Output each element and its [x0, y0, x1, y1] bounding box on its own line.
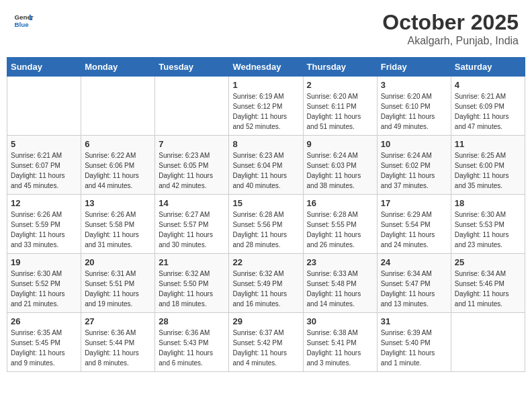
day-info: Sunrise: 6:24 AMSunset: 6:02 PMDaylight:… [381, 150, 447, 191]
day-number: 29 [232, 316, 299, 326]
day-info: Sunrise: 6:23 AMSunset: 6:05 PMDaylight:… [159, 150, 225, 191]
week-row-2: 5Sunrise: 6:21 AMSunset: 6:07 PMDaylight… [7, 136, 525, 195]
logo: General Blue [13, 10, 34, 30]
calendar-cell: 6Sunrise: 6:22 AMSunset: 6:06 PMDaylight… [81, 136, 155, 195]
day-number: 22 [232, 257, 299, 267]
calendar-cell: 1Sunrise: 6:19 AMSunset: 6:12 PMDaylight… [229, 77, 303, 136]
day-info: Sunrise: 6:36 AMSunset: 5:43 PMDaylight:… [159, 328, 225, 368]
day-number: 13 [85, 198, 151, 208]
day-number: 11 [455, 139, 521, 149]
day-number: 1 [232, 80, 299, 90]
day-number: 2 [307, 80, 373, 90]
logo-icon: General Blue [13, 10, 34, 30]
week-row-1: 1Sunrise: 6:19 AMSunset: 6:12 PMDaylight… [7, 77, 525, 136]
weekday-header-row: SundayMondayTuesdayWednesdayThursdayFrid… [7, 58, 525, 77]
header: General Blue October 2025 Akalgarh, Punj… [7, 7, 525, 50]
day-number: 21 [159, 257, 225, 267]
calendar-cell [81, 77, 155, 136]
month-title: October 2025 [382, 10, 519, 35]
day-number: 9 [307, 139, 373, 149]
calendar-cell: 29Sunrise: 6:37 AMSunset: 5:42 PMDayligh… [229, 313, 303, 372]
day-number: 5 [11, 139, 77, 149]
day-info: Sunrise: 6:36 AMSunset: 5:44 PMDaylight:… [85, 328, 151, 368]
weekday-header-sunday: Sunday [7, 58, 81, 77]
title-block: October 2025 Akalgarh, Punjab, India [382, 10, 519, 47]
calendar-cell: 26Sunrise: 6:35 AMSunset: 5:45 PMDayligh… [7, 313, 81, 372]
calendar-cell: 5Sunrise: 6:21 AMSunset: 6:07 PMDaylight… [7, 136, 81, 195]
day-number: 19 [11, 257, 77, 267]
day-number: 7 [159, 139, 225, 149]
calendar-cell: 19Sunrise: 6:30 AMSunset: 5:52 PMDayligh… [7, 254, 81, 313]
day-number: 6 [85, 139, 151, 149]
day-info: Sunrise: 6:25 AMSunset: 6:00 PMDaylight:… [455, 150, 521, 191]
day-number: 17 [381, 198, 447, 208]
calendar-cell [451, 313, 525, 372]
day-info: Sunrise: 6:37 AMSunset: 5:42 PMDaylight:… [232, 328, 299, 368]
day-number: 15 [232, 198, 299, 208]
weekday-header-saturday: Saturday [451, 58, 525, 77]
calendar-cell: 3Sunrise: 6:20 AMSunset: 6:10 PMDaylight… [377, 77, 451, 136]
day-info: Sunrise: 6:27 AMSunset: 5:57 PMDaylight:… [159, 210, 225, 250]
calendar-cell: 22Sunrise: 6:32 AMSunset: 5:49 PMDayligh… [229, 254, 303, 313]
day-info: Sunrise: 6:33 AMSunset: 5:48 PMDaylight:… [307, 269, 373, 309]
calendar-cell: 16Sunrise: 6:28 AMSunset: 5:55 PMDayligh… [303, 195, 377, 254]
calendar-cell: 18Sunrise: 6:30 AMSunset: 5:53 PMDayligh… [451, 195, 525, 254]
day-info: Sunrise: 6:35 AMSunset: 5:45 PMDaylight:… [11, 328, 77, 368]
day-info: Sunrise: 6:20 AMSunset: 6:10 PMDaylight:… [381, 91, 447, 132]
day-number: 10 [381, 139, 447, 149]
day-info: Sunrise: 6:24 AMSunset: 6:03 PMDaylight:… [307, 150, 373, 191]
day-info: Sunrise: 6:20 AMSunset: 6:11 PMDaylight:… [307, 91, 373, 132]
day-info: Sunrise: 6:31 AMSunset: 5:51 PMDaylight:… [85, 269, 151, 309]
day-number: 18 [455, 198, 521, 208]
day-info: Sunrise: 6:28 AMSunset: 5:56 PMDaylight:… [232, 210, 299, 250]
week-row-3: 12Sunrise: 6:26 AMSunset: 5:59 PMDayligh… [7, 195, 525, 254]
day-number: 27 [85, 316, 151, 326]
day-info: Sunrise: 6:22 AMSunset: 6:06 PMDaylight:… [85, 150, 151, 191]
weekday-header-monday: Monday [81, 58, 155, 77]
weekday-header-tuesday: Tuesday [155, 58, 229, 77]
calendar-cell: 31Sunrise: 6:39 AMSunset: 5:40 PMDayligh… [377, 313, 451, 372]
day-number: 16 [307, 198, 373, 208]
calendar-cell [7, 77, 81, 136]
day-number: 20 [85, 257, 151, 267]
calendar-cell: 8Sunrise: 6:23 AMSunset: 6:04 PMDaylight… [229, 136, 303, 195]
calendar-cell: 2Sunrise: 6:20 AMSunset: 6:11 PMDaylight… [303, 77, 377, 136]
calendar-cell: 14Sunrise: 6:27 AMSunset: 5:57 PMDayligh… [155, 195, 229, 254]
calendar-cell: 13Sunrise: 6:26 AMSunset: 5:58 PMDayligh… [81, 195, 155, 254]
week-row-5: 26Sunrise: 6:35 AMSunset: 5:45 PMDayligh… [7, 313, 525, 372]
calendar-cell: 20Sunrise: 6:31 AMSunset: 5:51 PMDayligh… [81, 254, 155, 313]
day-info: Sunrise: 6:32 AMSunset: 5:50 PMDaylight:… [159, 269, 225, 309]
calendar-cell: 24Sunrise: 6:34 AMSunset: 5:47 PMDayligh… [377, 254, 451, 313]
day-info: Sunrise: 6:34 AMSunset: 5:46 PMDaylight:… [455, 269, 521, 309]
weekday-header-thursday: Thursday [303, 58, 377, 77]
week-row-4: 19Sunrise: 6:30 AMSunset: 5:52 PMDayligh… [7, 254, 525, 313]
weekday-header-friday: Friday [377, 58, 451, 77]
day-number: 26 [11, 316, 77, 326]
day-number: 30 [307, 316, 373, 326]
day-info: Sunrise: 6:21 AMSunset: 6:09 PMDaylight:… [455, 91, 521, 132]
day-info: Sunrise: 6:39 AMSunset: 5:40 PMDaylight:… [381, 328, 447, 368]
calendar-cell: 15Sunrise: 6:28 AMSunset: 5:56 PMDayligh… [229, 195, 303, 254]
calendar-cell: 28Sunrise: 6:36 AMSunset: 5:43 PMDayligh… [155, 313, 229, 372]
calendar-cell: 21Sunrise: 6:32 AMSunset: 5:50 PMDayligh… [155, 254, 229, 313]
calendar-cell: 23Sunrise: 6:33 AMSunset: 5:48 PMDayligh… [303, 254, 377, 313]
day-number: 23 [307, 257, 373, 267]
calendar-cell: 27Sunrise: 6:36 AMSunset: 5:44 PMDayligh… [81, 313, 155, 372]
calendar-cell: 9Sunrise: 6:24 AMSunset: 6:03 PMDaylight… [303, 136, 377, 195]
weekday-header-wednesday: Wednesday [229, 58, 303, 77]
day-info: Sunrise: 6:29 AMSunset: 5:54 PMDaylight:… [381, 210, 447, 250]
calendar-cell: 17Sunrise: 6:29 AMSunset: 5:54 PMDayligh… [377, 195, 451, 254]
day-info: Sunrise: 6:26 AMSunset: 5:59 PMDaylight:… [11, 210, 77, 250]
day-info: Sunrise: 6:38 AMSunset: 5:41 PMDaylight:… [307, 328, 373, 368]
day-number: 12 [11, 198, 77, 208]
calendar-cell: 10Sunrise: 6:24 AMSunset: 6:02 PMDayligh… [377, 136, 451, 195]
day-info: Sunrise: 6:23 AMSunset: 6:04 PMDaylight:… [232, 150, 299, 191]
day-info: Sunrise: 6:32 AMSunset: 5:49 PMDaylight:… [232, 269, 299, 309]
day-info: Sunrise: 6:19 AMSunset: 6:12 PMDaylight:… [232, 91, 299, 132]
day-info: Sunrise: 6:30 AMSunset: 5:53 PMDaylight:… [455, 210, 521, 250]
day-number: 28 [159, 316, 225, 326]
day-number: 4 [455, 80, 521, 90]
day-number: 3 [381, 80, 447, 90]
calendar-cell [155, 77, 229, 136]
calendar-cell: 25Sunrise: 6:34 AMSunset: 5:46 PMDayligh… [451, 254, 525, 313]
